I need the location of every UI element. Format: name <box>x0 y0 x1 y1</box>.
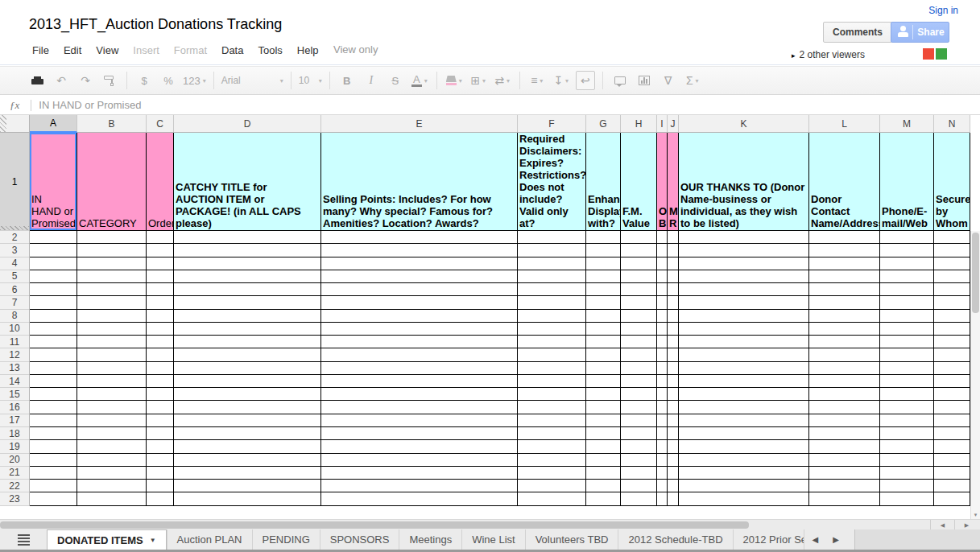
cell-L6[interactable] <box>809 283 880 296</box>
cell-G20[interactable] <box>586 454 621 467</box>
cell-H4[interactable] <box>621 257 657 270</box>
cell-D21[interactable] <box>174 467 321 480</box>
cell-L15[interactable] <box>809 388 880 401</box>
cell-N17[interactable] <box>934 414 970 427</box>
cell-C4[interactable] <box>147 257 174 270</box>
cell-F20[interactable] <box>518 454 586 467</box>
cell-C2[interactable] <box>147 231 174 244</box>
cell-G2[interactable] <box>586 231 621 244</box>
cell-E12[interactable] <box>321 348 518 361</box>
cell-I7[interactable] <box>657 296 668 309</box>
cell-C7[interactable] <box>147 296 174 309</box>
cell-N1[interactable]: Secured by Whom <box>934 133 970 231</box>
cell-L11[interactable] <box>809 336 880 348</box>
cell-K2[interactable] <box>679 231 809 244</box>
cell-G8[interactable] <box>586 310 621 323</box>
cell-E7[interactable] <box>321 296 518 309</box>
cell-F1[interactable]: Required Disclaimers: Expires? Restricti… <box>518 133 586 231</box>
fill-color-button[interactable]: ▾ <box>445 71 464 90</box>
strikethrough-button[interactable]: S <box>386 71 405 90</box>
cell-C15[interactable] <box>147 388 174 401</box>
cell-J13[interactable] <box>668 362 679 375</box>
cell-D17[interactable] <box>174 414 321 427</box>
row-header-21[interactable]: 21 <box>0 467 30 480</box>
cell-J12[interactable] <box>668 348 679 361</box>
tab-donated-items[interactable]: DONATED ITEMS▼ <box>47 529 167 550</box>
cell-B16[interactable] <box>77 401 147 414</box>
cell-A21[interactable] <box>30 467 77 480</box>
cell-D13[interactable] <box>174 362 321 375</box>
cell-M1[interactable]: Phone/E- mail/Web <box>880 133 934 231</box>
cell-D22[interactable] <box>174 480 321 492</box>
cell-K7[interactable] <box>679 296 809 309</box>
tab-volunteers-tbd[interactable]: Volunteers TBD <box>526 529 619 550</box>
cell-A16[interactable] <box>30 401 77 414</box>
cell-K22[interactable] <box>679 480 809 492</box>
row-header-11[interactable]: 11 <box>0 336 30 348</box>
cell-D16[interactable] <box>174 401 321 414</box>
cell-I1[interactable]: O Bi <box>657 133 668 231</box>
cell-C21[interactable] <box>147 467 174 480</box>
cell-C12[interactable] <box>147 348 174 361</box>
cell-J19[interactable] <box>668 440 679 453</box>
cell-N18[interactable] <box>934 427 970 440</box>
cell-N23[interactable] <box>934 492 970 505</box>
other-viewers[interactable]: ▸2 other viewers <box>792 49 865 60</box>
cell-E13[interactable] <box>321 362 518 375</box>
cell-D11[interactable] <box>174 336 321 348</box>
row-header-5[interactable]: 5 <box>0 270 30 283</box>
column-header-H[interactable]: H <box>621 115 657 133</box>
column-header-K[interactable]: K <box>679 115 809 133</box>
cell-J7[interactable] <box>668 296 679 309</box>
cell-G13[interactable] <box>586 362 621 375</box>
cell-K13[interactable] <box>679 362 809 375</box>
cell-G5[interactable] <box>586 270 621 283</box>
cell-D14[interactable] <box>174 375 321 388</box>
cell-B22[interactable] <box>77 480 147 492</box>
cell-M18[interactable] <box>880 427 934 440</box>
chevron-down-icon[interactable]: ▼ <box>150 537 156 544</box>
cell-N8[interactable] <box>934 310 970 323</box>
sheet-list-menu-icon[interactable] <box>0 529 47 550</box>
cell-L20[interactable] <box>809 454 880 467</box>
cell-K8[interactable] <box>679 310 809 323</box>
cell-G22[interactable] <box>586 480 621 492</box>
row-header-14[interactable]: 14 <box>0 375 30 388</box>
cell-A7[interactable] <box>30 296 77 309</box>
cell-C14[interactable] <box>147 375 174 388</box>
cell-K18[interactable] <box>679 427 809 440</box>
cell-L12[interactable] <box>809 348 880 361</box>
cell-A18[interactable] <box>30 427 77 440</box>
cell-N22[interactable] <box>934 480 970 492</box>
cell-B8[interactable] <box>77 310 147 323</box>
cell-N16[interactable] <box>934 401 970 414</box>
italic-button[interactable]: I <box>362 71 381 90</box>
cell-I21[interactable] <box>657 467 668 480</box>
wrap-text-button[interactable]: ↩ <box>576 71 595 90</box>
cell-N15[interactable] <box>934 388 970 401</box>
cell-B5[interactable] <box>77 270 147 283</box>
row-header-10[interactable]: 10 <box>0 323 30 336</box>
cell-M7[interactable] <box>880 296 934 309</box>
cell-K1[interactable]: OUR THANKS TO (Donor Name-business or in… <box>679 133 809 231</box>
cell-G21[interactable] <box>586 467 621 480</box>
cell-C3[interactable] <box>147 244 174 257</box>
cell-M13[interactable] <box>880 362 934 375</box>
cell-N5[interactable] <box>934 270 970 283</box>
cell-N6[interactable] <box>934 283 970 296</box>
menu-data[interactable]: Data <box>214 42 250 59</box>
tab-sponsors[interactable]: SPONSORS <box>320 529 400 550</box>
tab-pending[interactable]: PENDING <box>253 529 320 550</box>
cell-M23[interactable] <box>880 492 934 505</box>
cell-B3[interactable] <box>77 244 147 257</box>
sign-in-link[interactable]: Sign in <box>928 5 958 16</box>
tab-2012-schedule-tbd[interactable]: 2012 Schedule-TBD <box>618 529 733 550</box>
cell-A23[interactable] <box>30 492 77 505</box>
functions-button[interactable]: Σ▾ <box>683 71 702 90</box>
cell-F6[interactable] <box>518 283 586 296</box>
cell-J16[interactable] <box>668 401 679 414</box>
column-header-F[interactable]: F <box>518 115 586 133</box>
cell-F17[interactable] <box>518 414 586 427</box>
cell-M6[interactable] <box>880 283 934 296</box>
cell-E14[interactable] <box>321 375 518 388</box>
